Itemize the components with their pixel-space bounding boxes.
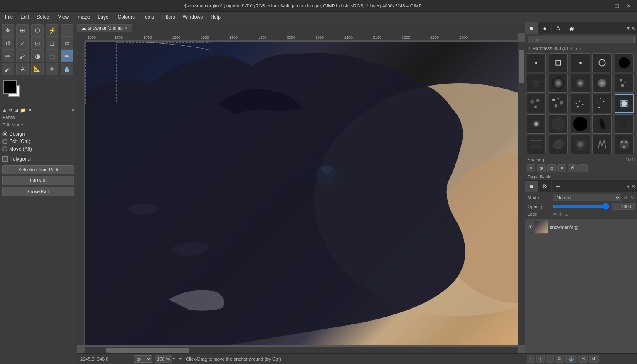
paintbrush-tool[interactable]: 🖌 xyxy=(16,50,29,62)
brush-item-b1[interactable] xyxy=(527,53,546,72)
layer-lower-button[interactable]: ↓ xyxy=(546,355,554,363)
layer-raise-button[interactable]: ↑ xyxy=(536,355,545,363)
ink-tool[interactable]: 🖋 xyxy=(2,63,14,75)
radio-edit[interactable]: Edit (Ctrl) xyxy=(2,138,74,145)
redo-icon[interactable]: ↻ xyxy=(630,195,635,201)
blur-tool[interactable]: ◌ xyxy=(46,50,58,62)
text-tool[interactable]: A xyxy=(16,63,29,75)
brush-item-b23[interactable] xyxy=(571,135,590,154)
brush-tab-fonts[interactable]: A xyxy=(552,22,565,34)
dodge-tool[interactable]: ◑ xyxy=(31,50,44,62)
menubar-item-filters[interactable]: Filters xyxy=(158,13,179,21)
brush-item-b7[interactable] xyxy=(549,74,568,93)
unit-select[interactable]: px in mm xyxy=(134,355,152,363)
brush-item-b25[interactable] xyxy=(615,135,634,154)
brush-more-btn[interactable]: … xyxy=(578,164,588,172)
color-picker-tool[interactable]: 💧 xyxy=(61,63,73,75)
brush-refresh-btn[interactable]: ↺ xyxy=(568,164,577,172)
brush-item-b15[interactable] xyxy=(615,94,634,113)
menubar-item-windows[interactable]: Windows xyxy=(179,13,207,21)
brush-item-b16[interactable] xyxy=(527,114,546,134)
lock-pixels-icon[interactable]: ✏ xyxy=(553,211,557,217)
opacity-slider[interactable] xyxy=(553,203,609,210)
brush-filter-input[interactable] xyxy=(528,36,635,43)
transform-tool[interactable]: ↺ xyxy=(2,37,14,50)
undo-icon[interactable]: ↺ xyxy=(624,195,628,201)
layer-reset-button[interactable]: ↺ xyxy=(589,355,599,363)
pencil-tool[interactable]: ✏ xyxy=(2,50,14,62)
layer-delete-button[interactable]: ✕ xyxy=(578,355,588,363)
brush-new-btn[interactable]: ⊕ xyxy=(537,164,546,172)
maximize-button[interactable]: □ xyxy=(613,2,621,9)
crop-tool[interactable]: ⊡ xyxy=(31,37,44,50)
layer-duplicate-button[interactable]: ⧉ xyxy=(555,355,564,363)
brush-item-b18[interactable] xyxy=(571,114,590,134)
panel-close-btn[interactable]: ✕ xyxy=(631,25,635,31)
menubar-item-colours[interactable]: Colours xyxy=(114,13,138,21)
menubar-item-file[interactable]: File xyxy=(2,13,16,21)
brush-item-b12[interactable] xyxy=(549,94,568,113)
measure-tool[interactable]: 📐 xyxy=(31,63,44,75)
brush-item-b9[interactable] xyxy=(592,74,612,93)
canvas-tab[interactable]: ☁ snowmanforgimp ✕ xyxy=(77,24,132,32)
panel-chevron[interactable]: ▾ xyxy=(72,107,74,113)
free-select-tool[interactable]: ⬡ xyxy=(31,24,44,37)
hscrollbar[interactable] xyxy=(85,347,518,353)
brush-delete-btn[interactable]: ✕ xyxy=(557,164,566,172)
mode-select[interactable]: Normal Multiply Screen xyxy=(553,194,621,201)
layers-tab-paths[interactable]: ✒ xyxy=(552,181,565,192)
layer-eye-icon[interactable]: 👁 xyxy=(528,224,533,230)
lock-position-icon[interactable]: ✛ xyxy=(559,211,563,217)
vscrollbar[interactable] xyxy=(518,42,525,345)
fuzzy-select-tool[interactable]: ⚡ xyxy=(46,24,58,37)
menubar-item-help[interactable]: Help xyxy=(207,13,224,21)
scale-tool[interactable]: ⤢ xyxy=(16,37,29,50)
align-tool[interactable]: ⊞ xyxy=(16,24,29,37)
layers-tab-channels[interactable]: ⚙ xyxy=(538,181,552,192)
polygonal-checkbox[interactable]: Polygonal xyxy=(2,156,74,162)
brush-item-b11[interactable] xyxy=(527,94,546,113)
rect-select-tool[interactable]: ▭ xyxy=(61,24,73,37)
selection-from-path-button[interactable]: Selection from Path xyxy=(2,165,74,174)
lock-alpha-icon[interactable]: ⊡ xyxy=(565,211,569,217)
foreground-color-swatch[interactable] xyxy=(3,80,17,94)
path-tool[interactable]: ✒ xyxy=(61,50,73,62)
layer-item[interactable]: 👁 snowmanforgi xyxy=(525,219,637,235)
panel-menu-btn[interactable]: ▾ xyxy=(627,25,630,31)
eraser-tool[interactable]: ◻ xyxy=(46,37,58,50)
radio-move[interactable]: Move (Alt) xyxy=(2,145,74,153)
brush-item-b14[interactable] xyxy=(592,94,612,113)
menubar-item-edit[interactable]: Edit xyxy=(17,13,32,21)
menubar-item-select[interactable]: Select xyxy=(33,13,54,21)
menubar-item-image[interactable]: Image xyxy=(73,13,93,21)
close-button[interactable]: ✕ xyxy=(624,2,634,9)
minimize-button[interactable]: − xyxy=(602,2,610,9)
canvas-content[interactable] xyxy=(85,42,518,345)
brush-item-b13[interactable] xyxy=(571,94,590,113)
brush-tab-gradients[interactable]: ● xyxy=(538,22,552,34)
fill-path-button[interactable]: Fill Path xyxy=(2,176,74,185)
canvas-wrapper[interactable]: 1650 1700 1750 1800 1850 1900 1950 2000 … xyxy=(77,33,525,353)
zoom-chevron[interactable]: ▾ xyxy=(173,357,175,361)
hscrollbar-thumb[interactable] xyxy=(106,348,189,353)
brush-item-b10[interactable] xyxy=(615,74,634,93)
stroke-path-button[interactable]: Stroke Path xyxy=(2,187,74,196)
layer-anchor-button[interactable]: ⚓ xyxy=(565,355,577,363)
brush-item-b21[interactable] xyxy=(527,135,546,154)
brush-item-b19[interactable] xyxy=(592,114,612,134)
brush-item-b8[interactable] xyxy=(571,74,590,93)
brush-item-b22[interactable] xyxy=(549,135,568,154)
brush-item-b20[interactable] xyxy=(615,114,634,134)
canvas-tab-close[interactable]: ✕ xyxy=(124,26,128,30)
move-tool[interactable]: ✥ xyxy=(2,24,14,37)
layers-menu-btn[interactable]: ▾ xyxy=(627,183,630,189)
menubar-item-layer[interactable]: Layer xyxy=(95,13,114,21)
layers-tab-layers[interactable]: ≡ xyxy=(525,181,538,192)
brush-item-b2[interactable] xyxy=(549,53,568,72)
layers-close-btn[interactable]: ✕ xyxy=(631,183,635,189)
vscrollbar-thumb[interactable] xyxy=(519,50,524,83)
brush-item-b3[interactable] xyxy=(571,53,590,72)
brush-item-b24[interactable] xyxy=(592,135,612,154)
brush-item-b17[interactable] xyxy=(549,114,568,134)
clone-tool[interactable]: ⧉ xyxy=(61,37,73,50)
